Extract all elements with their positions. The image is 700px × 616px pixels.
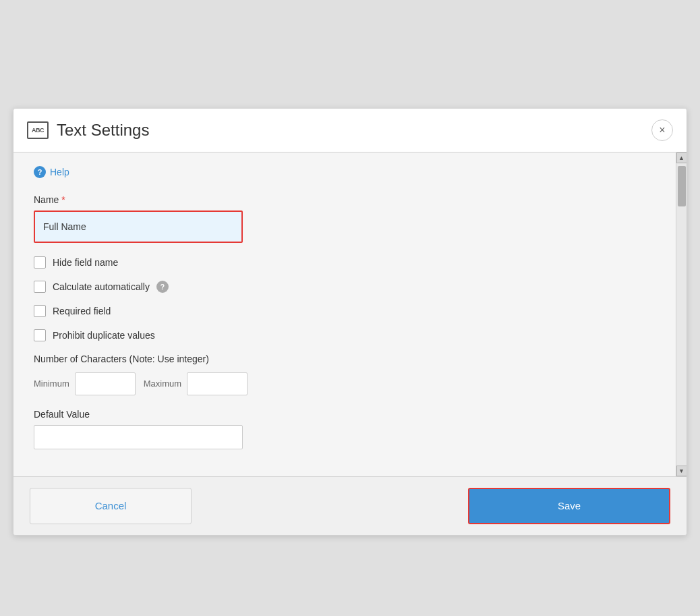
help-link[interactable]: ? Help: [34, 166, 655, 178]
maximum-group: Maximum: [144, 372, 247, 395]
maximum-label: Maximum: [144, 379, 181, 389]
minimum-input[interactable]: [75, 372, 136, 395]
text-field-icon: ABC: [27, 121, 49, 139]
content-area: ? Help Name * Hide field name: [13, 152, 676, 476]
scroll-down-arrow[interactable]: ▼: [676, 466, 687, 476]
required-star: *: [61, 194, 65, 205]
default-value-input[interactable]: [34, 425, 243, 449]
save-button[interactable]: Save: [468, 488, 670, 524]
dialog-header: ABC Text Settings ×: [13, 109, 687, 152]
prohibit-duplicate-checkbox[interactable]: [34, 329, 46, 341]
required-field-row: Required field: [34, 305, 655, 317]
close-button[interactable]: ×: [651, 119, 673, 141]
default-value-label: Default Value: [34, 409, 655, 420]
name-label: Name *: [34, 194, 655, 205]
help-icon: ?: [34, 166, 46, 178]
dialog-title: Text Settings: [57, 121, 149, 140]
required-field-label: Required field: [53, 306, 111, 316]
default-value-group: Default Value: [34, 409, 655, 449]
text-settings-dialog: ABC Text Settings × ? Help Name: [13, 108, 687, 536]
dialog-title-area: ABC Text Settings: [27, 121, 149, 140]
minimum-label: Minimum: [34, 379, 69, 389]
number-row: Minimum Maximum: [34, 372, 655, 395]
calculate-info-icon[interactable]: ?: [156, 281, 169, 293]
characters-label: Number of Characters (Note: Use integer): [34, 354, 655, 364]
calculate-automatically-label: Calculate automatically: [53, 281, 150, 292]
required-field-checkbox[interactable]: [34, 305, 46, 317]
help-label: Help: [50, 167, 69, 177]
calculate-automatically-checkbox[interactable]: [34, 281, 46, 293]
calculate-automatically-row: Calculate automatically ?: [34, 281, 655, 293]
main-content: ? Help Name * Hide field name: [13, 152, 687, 476]
maximum-input[interactable]: [187, 372, 247, 395]
hide-field-name-checkbox[interactable]: [34, 256, 46, 269]
minimum-group: Minimum: [34, 372, 136, 395]
scrollbar-track: ▲ ▼: [676, 152, 687, 476]
name-input[interactable]: [34, 211, 243, 243]
cancel-button[interactable]: Cancel: [30, 488, 192, 524]
dialog-footer: Cancel Save: [13, 476, 687, 535]
scroll-up-arrow[interactable]: ▲: [676, 152, 687, 163]
prohibit-duplicate-label: Prohibit duplicate values: [53, 330, 155, 341]
scrollbar-thumb[interactable]: [678, 166, 686, 206]
hide-field-name-row: Hide field name: [34, 256, 655, 269]
name-field-group: Name *: [34, 194, 655, 243]
prohibit-duplicate-row: Prohibit duplicate values: [34, 329, 655, 341]
characters-group: Number of Characters (Note: Use integer)…: [34, 354, 655, 395]
hide-field-name-label: Hide field name: [53, 257, 118, 268]
